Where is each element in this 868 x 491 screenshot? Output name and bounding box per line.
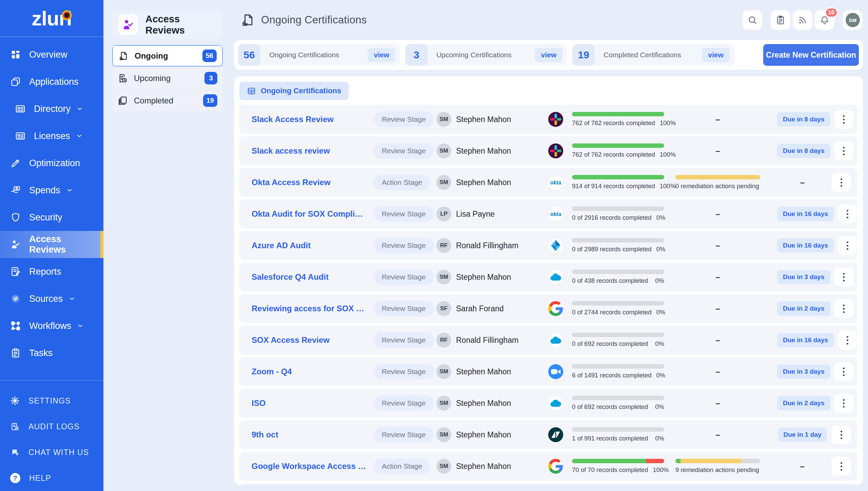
notifications-button[interactable]: 10 xyxy=(815,10,834,30)
sidebar-item-applications[interactable]: Applications xyxy=(0,68,103,95)
view-button[interactable]: view xyxy=(702,48,730,62)
progress-label: 0 of 2989 records completed xyxy=(572,246,651,253)
certification-name-link[interactable]: Slack access review xyxy=(252,146,374,156)
remediation-empty: – xyxy=(675,115,777,124)
sidebar-item-tasks[interactable]: Tasks xyxy=(0,339,103,367)
sidebar-item-workflows[interactable]: Workflows xyxy=(0,312,103,339)
remediation-progress: 9 remediation actions pending xyxy=(675,459,777,474)
certification-name-link[interactable]: Okta Access Review xyxy=(252,178,374,187)
row-menu-button[interactable] xyxy=(834,362,853,381)
stage-cell: Review Stage xyxy=(374,112,436,127)
sidebar-item-directory[interactable]: Directory xyxy=(0,95,103,122)
due-badge: Due in 16 days xyxy=(777,207,834,221)
main-header: Ongoing Certifications 10 SM xyxy=(234,0,868,40)
sidebar-item-reports[interactable]: Reports xyxy=(0,258,103,285)
row-menu-button[interactable] xyxy=(832,457,851,476)
row-menu-button[interactable] xyxy=(834,141,853,160)
owner-name: Ronald Fillingham xyxy=(456,336,518,345)
create-new-certification-button[interactable]: Create New Certification xyxy=(763,44,859,66)
licenses-icon xyxy=(15,131,26,141)
owner-avatar: SF xyxy=(436,301,451,316)
dash: – xyxy=(675,146,760,156)
sidebar-footer-item-audit-logs[interactable]: AUDIT LOGS xyxy=(0,414,103,439)
certification-name-link[interactable]: Azure AD Audit xyxy=(252,241,374,250)
sidebar-item-spends[interactable]: Spends xyxy=(0,177,103,204)
applications-icon xyxy=(10,76,21,87)
remediation-empty: – xyxy=(675,304,777,313)
sidebar-item-label: Overview xyxy=(29,50,67,60)
sidebar-footer-item-chat-with-us[interactable]: CHAT WITH US xyxy=(0,439,103,465)
feed-button[interactable] xyxy=(793,10,812,30)
notification-badge: 10 xyxy=(825,7,838,18)
completed-doc-icon xyxy=(118,96,128,106)
row-menu-button[interactable] xyxy=(832,425,851,444)
owner-cell: SMStephen Mahon xyxy=(436,270,548,284)
panel-item-label: Upcoming xyxy=(134,74,171,83)
due-badge: Due in 3 days xyxy=(777,270,830,284)
progress-bar xyxy=(572,238,664,242)
sidebar-item-security[interactable]: Security xyxy=(0,204,103,231)
stat-card-completed-certifications: 19Completed Certificationsview xyxy=(572,44,734,66)
spends-icon xyxy=(10,185,21,196)
panel-item-ongoing[interactable]: Ongoing56 xyxy=(112,45,223,66)
owner-cell: SFSarah Forand xyxy=(436,301,548,316)
stage-badge: Action Stage xyxy=(374,458,430,474)
progress-percent: 100% xyxy=(660,151,676,158)
remediation-empty: – xyxy=(675,367,777,376)
certification-name-link[interactable]: Slack Access Review xyxy=(252,115,374,124)
certification-rows: Slack Access ReviewReview StageSMStephen… xyxy=(239,105,857,481)
owner-name: Stephen Mahon xyxy=(456,115,511,124)
user-avatar-button[interactable]: SM xyxy=(843,10,863,30)
progress-percent: 0% xyxy=(656,309,665,316)
sidebar-item-optimization[interactable]: Optimization xyxy=(0,150,103,177)
progress-bar xyxy=(572,459,664,463)
row-menu-button[interactable] xyxy=(838,236,857,255)
certification-name-link[interactable]: ISO xyxy=(252,398,374,408)
panel-header: Access Reviews xyxy=(112,10,223,39)
dash: – xyxy=(675,335,760,345)
remediation-empty: – xyxy=(675,146,777,156)
row-menu-button[interactable] xyxy=(834,110,853,129)
certification-row: Azure AD AuditReview StageRFRonald Filli… xyxy=(239,231,857,260)
due-badge: Due in 1 day xyxy=(778,428,827,442)
certification-name-link[interactable]: 9th oct xyxy=(252,430,374,439)
certification-name-link[interactable]: Google Workspace Access Re... xyxy=(252,461,374,471)
sidebar-item-overview[interactable]: Overview xyxy=(0,41,103,68)
certification-name-link[interactable]: Okta Audit for SOX Compliance xyxy=(252,209,374,219)
okta-app-icon: okta xyxy=(548,175,563,190)
dash: – xyxy=(675,430,760,439)
chevron-down-icon xyxy=(68,295,76,302)
certification-name-link[interactable]: SOX Access Review xyxy=(252,335,374,345)
view-button[interactable]: view xyxy=(368,48,395,62)
panel-item-upcoming[interactable]: Upcoming3 xyxy=(112,67,223,89)
sidebar-footer-item-help[interactable]: ?HELP xyxy=(0,465,103,491)
row-menu-button[interactable] xyxy=(832,173,851,192)
search-button[interactable] xyxy=(743,10,762,30)
zluri-logo-dot-icon xyxy=(62,10,72,20)
progress-label: 0 of 692 records completed xyxy=(572,403,648,411)
sidebar-item-access-reviews[interactable]: Access Reviews xyxy=(0,231,103,258)
certification-name-link[interactable]: Salesforce Q4 Audit xyxy=(252,272,374,282)
row-menu-button[interactable] xyxy=(834,268,853,287)
tab-ongoing-certifications[interactable]: Ongoing Certifications xyxy=(239,82,349,100)
sidebar-item-sources[interactable]: Sources xyxy=(0,285,103,312)
certification-name-link[interactable]: Reviewing access for SOX com... xyxy=(252,304,374,313)
zoom-app-icon xyxy=(548,364,563,379)
row-menu-button[interactable] xyxy=(838,204,857,223)
clipboard-button[interactable] xyxy=(771,10,790,30)
owner-avatar: SM xyxy=(436,175,451,190)
app-cell xyxy=(548,112,572,127)
row-menu-button[interactable] xyxy=(838,331,857,350)
security-icon xyxy=(10,212,21,223)
owner-name: Stephen Mahon xyxy=(456,430,511,439)
certification-name-link[interactable]: Zoom - Q4 xyxy=(252,367,374,376)
sources-icon xyxy=(10,293,21,304)
sidebar-footer-item-settings[interactable]: SETTINGS xyxy=(0,388,103,414)
panel-item-completed[interactable]: Completed19 xyxy=(112,90,223,111)
row-menu-button[interactable] xyxy=(834,394,853,413)
view-button[interactable]: view xyxy=(535,48,563,62)
row-menu-button[interactable] xyxy=(834,299,853,318)
footer-label: AUDIT LOGS xyxy=(28,422,80,431)
certification-row: Google Workspace Access Re...Action Stag… xyxy=(239,452,857,481)
sidebar-item-licenses[interactable]: Licenses xyxy=(0,122,103,150)
